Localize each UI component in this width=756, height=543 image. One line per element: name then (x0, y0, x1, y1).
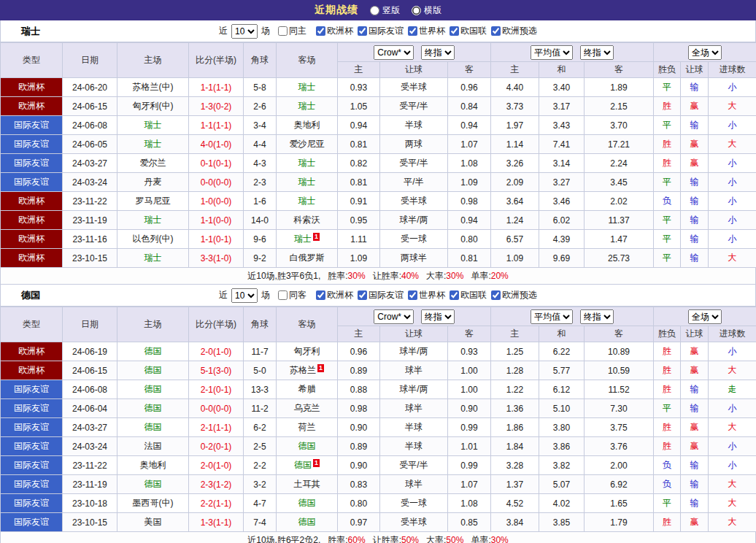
result-outcome: 胜 (654, 437, 681, 456)
final-odds-select[interactable]: 终指 (421, 45, 455, 60)
avg-value: 9.69 (539, 249, 585, 268)
match-scope-header: 全场 (654, 43, 756, 62)
vertical-layout-radio[interactable] (370, 6, 379, 15)
competition-type: 国际友谊 (1, 418, 63, 437)
competition-label: 欧洲杯 (327, 289, 353, 301)
match-row: 欧洲杯23-11-16以色列(中)1-1(0-1)9-6瑞士11.11受一球0.… (1, 230, 756, 249)
avg-value: 3.82 (539, 456, 585, 475)
sub-header-handicap: 让球 (681, 62, 709, 78)
odds-company-select[interactable]: Crow* (374, 309, 414, 324)
avg-value: 6.12 (539, 380, 585, 399)
score: 0-1(0-1) (189, 154, 244, 173)
match-tbody: 欧洲杯24-06-20苏格兰(中)1-1(1-1)5-8瑞士0.93受半球0.9… (1, 78, 756, 268)
competition-checkbox[interactable] (316, 290, 325, 300)
match-date: 23-10-15 (63, 513, 117, 532)
avg-value: 3.80 (539, 418, 585, 437)
odds-value: 1.08 (448, 154, 491, 173)
avg-value: 3.84 (491, 513, 539, 532)
result-outcome: 平 (654, 399, 681, 418)
match-row: 欧洲杯24-06-19德国2-0(1-0)11-7匈牙利0.96球半/两0.93… (1, 342, 756, 361)
away-team: 德国1 (277, 456, 338, 475)
match-date: 23-11-19 (63, 211, 117, 230)
avg-value: 25.73 (585, 249, 654, 268)
competition-type: 欧洲杯 (1, 230, 63, 249)
avg-value: 2.02 (585, 192, 654, 211)
average-select[interactable]: 平均值 (531, 45, 573, 60)
odds-company-select[interactable]: Crow* (374, 45, 414, 60)
home-team: 墨西哥(中) (117, 494, 189, 513)
col-header-home: 主场 (117, 307, 189, 342)
goals-outcome: 大 (709, 475, 756, 494)
competition-checkbox[interactable] (491, 290, 501, 300)
handicap-outcome: 赢 (681, 135, 709, 154)
corner-count: 2-5 (244, 437, 277, 456)
competition-checkbox[interactable] (491, 26, 501, 36)
avg-value: 7.41 (539, 135, 585, 154)
handicap-outcome: 赢 (681, 154, 709, 173)
result-outcome: 胜 (654, 97, 681, 116)
home-team: 德国 (117, 342, 189, 361)
handicap-outcome: 输 (681, 494, 709, 513)
filter-controls: 近 10 场 同客 欧洲杯国际友谊世界杯欧国联欧洲预选 (1, 285, 755, 306)
away-team: 瑞士 (277, 97, 338, 116)
match-count-select[interactable]: 10 (231, 24, 258, 39)
competition-label: 世界杯 (419, 25, 445, 37)
avg-value: 4.02 (539, 494, 585, 513)
odds-value: 0.99 (448, 418, 491, 437)
odds-value: 球半/两 (380, 211, 448, 230)
average-final-odds-select[interactable]: 终指 (580, 309, 614, 324)
competition-checkbox[interactable] (450, 290, 459, 300)
odds-value: 0.81 (338, 135, 380, 154)
avg-value: 5.77 (539, 361, 585, 380)
col-header-date: 日期 (63, 43, 117, 78)
final-odds-select[interactable]: 终指 (421, 309, 455, 324)
sub-header-goals: 进球数 (709, 62, 756, 78)
match-date: 24-03-27 (63, 418, 117, 437)
odds-value: 1.11 (338, 230, 380, 249)
competition-checkbox[interactable] (316, 26, 325, 36)
competition-type: 欧洲杯 (1, 342, 63, 361)
score: 2-2(1-1) (189, 494, 244, 513)
full-match-select[interactable]: 全场 (688, 45, 722, 60)
score: 2-0(1-0) (189, 342, 244, 361)
competition-checkbox[interactable] (408, 26, 417, 36)
match-count-select[interactable]: 10 (231, 288, 258, 303)
competition-checkbox[interactable] (408, 290, 417, 300)
odds-value: 0.98 (448, 192, 491, 211)
avg-value: 4.52 (491, 494, 539, 513)
goals-outcome: 小 (709, 154, 756, 173)
result-outcome: 胜 (654, 342, 681, 361)
full-match-select[interactable]: 全场 (688, 309, 722, 324)
goals-outcome: 小 (709, 342, 756, 361)
competition-checkbox[interactable] (358, 26, 367, 36)
summary-stat: 单率:30% (471, 534, 508, 543)
away-team: 德国 (277, 513, 338, 532)
sub-header-odds-home: 主 (338, 326, 380, 342)
summary-prefix: 近10场,胜6平2负2, (247, 534, 320, 543)
home-team: 德国 (117, 361, 189, 380)
handicap-outcome: 赢 (681, 361, 709, 380)
competition-type: 国际友谊 (1, 173, 63, 192)
competition-type: 国际友谊 (1, 380, 63, 399)
average-final-odds-select[interactable]: 终指 (580, 45, 614, 60)
avg-value: 3.85 (539, 513, 585, 532)
odds-value: 半球 (380, 418, 448, 437)
summary-stat-label: 胜率: (328, 271, 347, 281)
summary-row: 近10场,胜6平2负2,胜率:60%让胜率:50%大率:50%单率:30% (0, 532, 756, 543)
summary-stat-label: 单率: (471, 535, 490, 543)
competition-type: 国际友谊 (1, 475, 63, 494)
competition-filter: 欧洲预选 (491, 25, 537, 37)
average-select[interactable]: 平均值 (531, 309, 573, 324)
score: 1-1(0-1) (189, 230, 244, 249)
away-team: 荷兰 (277, 418, 338, 437)
same-venue-checkbox[interactable] (278, 290, 288, 300)
team-name: 德国 (21, 289, 40, 302)
match-row: 国际友谊24-03-27爱尔兰0-1(0-1)4-3瑞士0.82受平/半1.08… (1, 154, 756, 173)
competition-checkbox[interactable] (358, 290, 367, 300)
competition-checkbox[interactable] (450, 26, 459, 36)
avg-value: 11.37 (585, 211, 654, 230)
same-venue-checkbox[interactable] (278, 26, 288, 36)
odds-value: 受半球 (380, 78, 448, 97)
odds-value: 1.09 (338, 249, 380, 268)
horizontal-layout-radio[interactable] (412, 6, 421, 15)
